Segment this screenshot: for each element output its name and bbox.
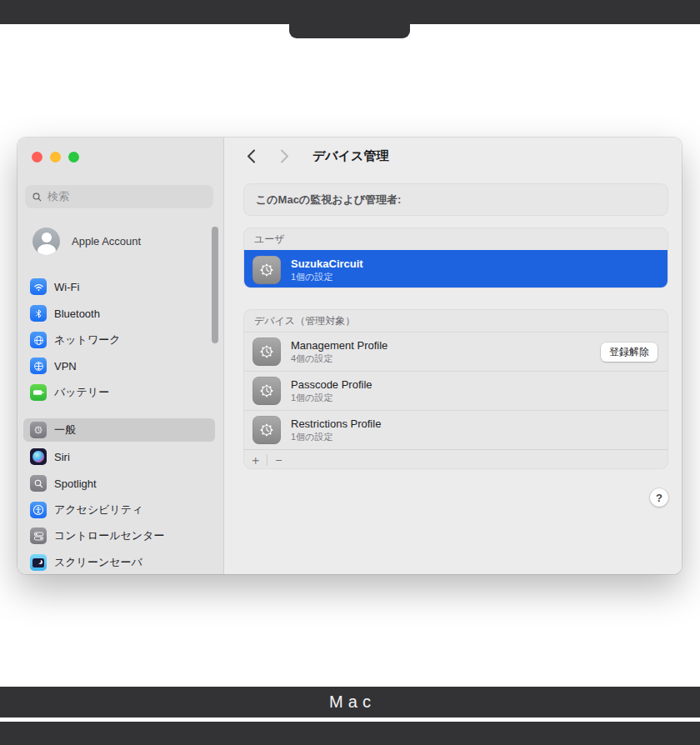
- wifi-icon: [30, 278, 47, 295]
- profile-setting-count: 4個の設定: [291, 352, 388, 364]
- spotlight-icon: [30, 475, 47, 492]
- sidebar-item-label: コントロールセンター: [54, 528, 164, 543]
- sidebar-item-battery[interactable]: バッテリー: [23, 381, 215, 404]
- control-center-icon: [30, 528, 47, 544]
- traffic-lights: [32, 152, 79, 162]
- forward-button[interactable]: [276, 147, 292, 165]
- help-button[interactable]: ?: [650, 488, 668, 507]
- sidebar-item-screensaver[interactable]: スクリーンセーバ: [23, 551, 215, 574]
- search-input[interactable]: 検索: [25, 185, 213, 208]
- device-section-header: デバイス（管理対象）: [244, 310, 668, 332]
- zoom-button[interactable]: [68, 152, 79, 162]
- add-profile-button[interactable]: ＋: [244, 451, 267, 469]
- siri-icon: [30, 448, 47, 465]
- sidebar-item-label: Siri: [54, 451, 70, 463]
- device-row-restrictions-profile[interactable]: Restrictions Profile 1個の設定: [244, 410, 668, 449]
- sidebar: 検索 Apple Account Wi-Fi Bluetooth ネットワーク: [18, 138, 224, 574]
- sidebar-item-control-center[interactable]: コントロールセンター: [23, 524, 215, 548]
- gear-icon: [30, 422, 47, 438]
- sidebar-item-accessibility[interactable]: アクセシビリティ: [23, 498, 215, 522]
- apple-account-label: Apple Account: [72, 235, 141, 248]
- sidebar-item-label: バッテリー: [54, 385, 109, 400]
- search-placeholder: 検索: [48, 189, 69, 204]
- user-section-header: ユーザ: [244, 228, 668, 250]
- bottom-strip: [0, 722, 700, 745]
- unenroll-button[interactable]: 登録解除: [601, 342, 658, 362]
- sidebar-item-label: Bluetooth: [54, 308, 100, 320]
- sidebar-item-network[interactable]: ネットワーク: [23, 328, 215, 352]
- sidebar-item-wifi[interactable]: Wi-Fi: [23, 275, 215, 298]
- accessibility-icon: [30, 502, 47, 518]
- battery-icon: [30, 384, 47, 401]
- camera-notch: [289, 0, 410, 38]
- sidebar-item-bluetooth[interactable]: Bluetooth: [23, 302, 215, 325]
- dock-bar: Mac: [0, 687, 700, 718]
- device-management-pane: デバイス管理 このMacの監視および管理者: ユーザ SuzukaCircuit…: [224, 138, 682, 574]
- nav-controls: デバイス管理: [242, 147, 388, 165]
- vpn-icon: [30, 358, 47, 374]
- sidebar-item-label: 一般: [54, 422, 76, 438]
- profile-setting-count: 1個の設定: [291, 392, 372, 403]
- profile-name: Management Profile: [291, 339, 388, 352]
- profile-icon: [252, 338, 281, 366]
- user-name: SuzukaCircuit: [291, 258, 363, 271]
- sidebar-item-label: Wi-Fi: [54, 281, 79, 293]
- close-button[interactable]: [32, 152, 42, 162]
- screensaver-icon: [30, 554, 47, 571]
- supervision-notice-text: このMacの監視および管理者:: [256, 192, 401, 208]
- device-list: デバイス（管理対象） Management Profile 4個の設定 登録解除…: [243, 309, 668, 469]
- list-footer: ＋ －: [244, 449, 668, 469]
- sidebar-item-label: VPN: [54, 360, 77, 372]
- system-settings-window: 検索 Apple Account Wi-Fi Bluetooth ネットワーク: [18, 138, 682, 574]
- sidebar-item-apple-account[interactable]: Apple Account: [26, 222, 218, 259]
- avatar: [32, 228, 60, 255]
- profile-name: Passcode Profile: [291, 378, 372, 392]
- sidebar-item-general[interactable]: 一般: [23, 418, 215, 442]
- profile-icon: [252, 256, 281, 284]
- sidebar-item-label: アクセシビリティ: [54, 502, 142, 518]
- user-setting-count: 1個の設定: [291, 271, 363, 282]
- profile-name: Restrictions Profile: [291, 418, 381, 431]
- search-icon: [32, 192, 42, 202]
- sidebar-item-spotlight[interactable]: Spotlight: [23, 472, 215, 495]
- sidebar-item-label: スクリーンセーバ: [54, 555, 142, 570]
- supervision-notice: このMacの監視および管理者:: [243, 183, 668, 216]
- profile-icon: [252, 377, 281, 405]
- globe-icon: [30, 332, 47, 348]
- minimize-button[interactable]: [50, 152, 61, 162]
- device-row-passcode-profile[interactable]: Passcode Profile 1個の設定: [244, 371, 668, 410]
- user-list: ユーザ SuzukaCircuit 1個の設定: [243, 228, 668, 288]
- user-row-suzukacircuit[interactable]: SuzukaCircuit 1個の設定: [244, 250, 668, 288]
- bluetooth-icon: [30, 305, 47, 322]
- remove-profile-button[interactable]: －: [268, 451, 290, 469]
- back-button[interactable]: [242, 147, 259, 165]
- page-title: デバイス管理: [312, 148, 388, 164]
- sidebar-scrollbar[interactable]: [212, 227, 218, 343]
- device-row-management-profile[interactable]: Management Profile 4個の設定 登録解除: [244, 332, 668, 371]
- profile-icon: [252, 416, 281, 444]
- sidebar-item-label: Spotlight: [54, 478, 97, 490]
- sidebar-item-siri[interactable]: Siri: [23, 445, 215, 468]
- sidebar-item-vpn[interactable]: VPN: [23, 354, 215, 378]
- sidebar-item-label: ネットワーク: [54, 332, 121, 348]
- device-label: Mac: [324, 692, 376, 712]
- profile-setting-count: 1個の設定: [291, 431, 381, 442]
